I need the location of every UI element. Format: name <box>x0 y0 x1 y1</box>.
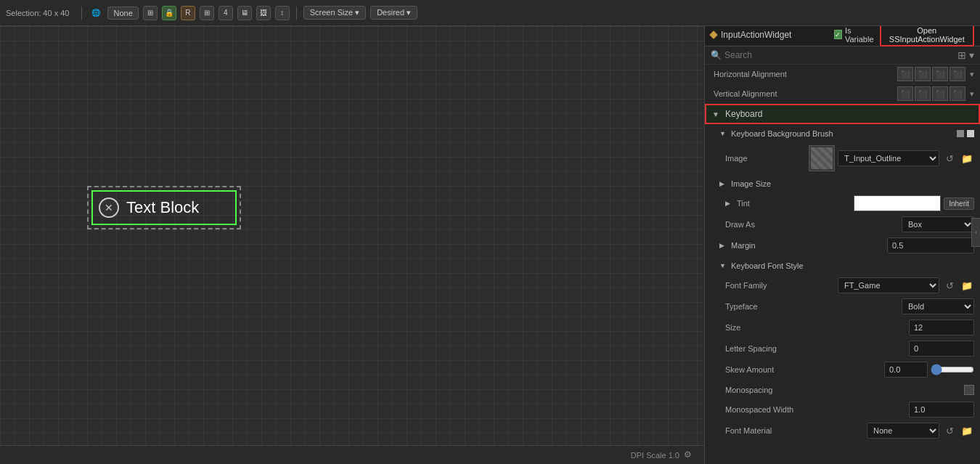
selection-info: Selection: 40 x 40 <box>6 9 69 17</box>
keyboard-section-header[interactable]: ▼ Keyboard <box>705 104 980 124</box>
horizontal-alignment-label: Horizontal Alignment <box>714 70 893 78</box>
four-button[interactable]: 4 <box>219 6 233 20</box>
dpi-label: DPI Scale 1.0 <box>631 451 679 460</box>
typeface-label: Typeface <box>725 302 897 311</box>
tint-row-right: Inherit <box>854 195 974 211</box>
desired-label: Desired <box>377 8 404 17</box>
is-variable-checkbox[interactable]: ✓ <box>834 30 842 39</box>
skew-amount-row: Skew Amount <box>705 359 980 380</box>
font-family-label: Font Family <box>725 281 833 290</box>
keyboard-arrow: ▼ <box>712 110 721 118</box>
keyboard-bg-brush-header[interactable]: ▼ Keyboard Background Brush <box>705 124 980 143</box>
tint-color-box[interactable] <box>854 195 941 211</box>
widget-diamond <box>709 30 717 38</box>
draw-as-select[interactable]: Box <box>902 216 974 232</box>
keyboard-section-label: Keyboard <box>725 109 973 119</box>
monospacing-row: Monospacing <box>705 380 980 399</box>
image-preview <box>809 145 835 171</box>
image-browse-button[interactable]: 📁 <box>960 151 974 166</box>
font-material-select[interactable]: None <box>867 423 939 439</box>
vertical-alignment-row: Vertical Alignment ⬛ ⬛ ⬛ ⬛ ▾ <box>705 84 980 104</box>
letter-spacing-input[interactable] <box>909 341 974 357</box>
screen-icon[interactable]: 🖥 <box>237 6 252 20</box>
tint-row: ▶ Tint Inherit <box>705 193 980 214</box>
skew-amount-input[interactable] <box>884 362 928 378</box>
canvas-area: ✕ Text Block <box>0 26 704 445</box>
divider-2 <box>296 7 297 20</box>
h-align-chevron[interactable]: ▾ <box>970 70 974 79</box>
letter-spacing-row: Letter Spacing <box>705 338 980 359</box>
font-material-row: Font Material None ↺ 📁 <box>705 420 980 441</box>
margin-input[interactable] <box>887 237 974 253</box>
font-family-select[interactable]: FT_Game <box>838 277 939 293</box>
typeface-select[interactable]: Bold <box>902 298 974 314</box>
screen-size-label: Screen Size <box>310 8 353 17</box>
widget-outer: ✕ Text Block <box>87 186 241 229</box>
image-row: Image T_Input_Outline ↺ 📁 <box>705 143 980 174</box>
size-input[interactable] <box>909 319 974 335</box>
image-size-header[interactable]: ▶ Image Size <box>705 174 980 193</box>
image-size-label: Image Size <box>731 179 974 188</box>
image-preview-inner <box>811 147 833 169</box>
gear-icon[interactable]: ⚙ <box>684 449 695 461</box>
h-align-fill[interactable]: ⬛ <box>950 67 965 81</box>
size-label: Size <box>725 323 905 332</box>
skew-row-right <box>884 362 974 378</box>
image-icon[interactable]: 🖼 <box>256 6 271 20</box>
font-material-label: Font Material <box>725 426 862 435</box>
keyboard-font-style-header[interactable]: ▼ Keyboard Font Style <box>705 256 980 275</box>
search-input[interactable] <box>724 50 955 60</box>
tint-arrow: ▶ <box>725 200 732 207</box>
grid-view-icon[interactable]: ⊞ <box>957 49 966 61</box>
widget-inner: ✕ Text Block <box>91 190 237 225</box>
widget-name-input[interactable] <box>721 30 830 40</box>
monospacing-checkbox[interactable] <box>964 385 974 395</box>
font-family-row: Font Family FT_Game ↺ 📁 <box>705 275 980 296</box>
r-button[interactable]: R <box>181 6 195 20</box>
h-align-left[interactable]: ⬛ <box>897 67 913 81</box>
vertical-alignment-label: Vertical Alignment <box>714 89 893 98</box>
globe-icon[interactable]: 🌐 <box>89 6 103 20</box>
image-label: Image <box>725 154 804 163</box>
font-material-browse-button[interactable]: 📁 <box>960 423 974 438</box>
v-align-buttons: ⬛ ⬛ ⬛ ⬛ <box>897 86 965 101</box>
none-button[interactable]: None <box>107 7 138 20</box>
search-row: 🔍 ⊞ ▾ <box>705 46 980 65</box>
tint-inherit-button[interactable]: Inherit <box>944 198 974 210</box>
status-bar: DPI Scale 1.0 ⚙ <box>0 445 704 464</box>
v-align-top[interactable]: ⬛ <box>897 86 913 101</box>
widget-label: Text Block <box>126 198 199 217</box>
v-align-center[interactable]: ⬛ <box>915 86 931 101</box>
r-label: R <box>185 9 190 17</box>
image-select[interactable]: T_Input_Outline <box>838 150 939 166</box>
font-family-reset-button[interactable]: ↺ <box>942 278 957 293</box>
h-align-center[interactable]: ⬛ <box>915 67 931 81</box>
margin-header[interactable]: ▶ Margin <box>705 235 980 256</box>
x-icon: ✕ <box>105 202 113 213</box>
font-family-browse-button[interactable]: 📁 <box>960 278 974 293</box>
chevron-down-icon[interactable]: ▾ <box>969 49 974 61</box>
props-scroll: Horizontal Alignment ⬛ ⬛ ⬛ ⬛ ▾ Vertical … <box>705 65 980 464</box>
arrow-icon[interactable]: ↕ <box>275 6 290 20</box>
h-align-right[interactable]: ⬛ <box>932 67 948 81</box>
v-align-bottom[interactable]: ⬛ <box>932 86 948 101</box>
bg-brush-color-swatch <box>957 130 964 137</box>
monospaced-width-input[interactable] <box>909 402 974 418</box>
panel-collapse-handle[interactable]: ‹ <box>971 218 980 247</box>
keyboard-bg-brush-label: Keyboard Background Brush <box>731 129 952 138</box>
bg-brush-arrow: ▼ <box>719 130 727 137</box>
screen-size-button[interactable]: Screen Size ▾ <box>303 6 366 20</box>
widget-close-button[interactable]: ✕ <box>99 198 119 218</box>
skew-amount-slider[interactable] <box>931 364 974 375</box>
image-reset-button[interactable]: ↺ <box>942 151 957 166</box>
font-material-reset-button[interactable]: ↺ <box>942 423 957 438</box>
grid-icon-2[interactable]: ⊞ <box>200 6 214 20</box>
grid-icon-1[interactable]: ⊞ <box>143 6 158 20</box>
v-align-fill[interactable]: ⬛ <box>950 86 965 101</box>
margin-label: Margin <box>731 241 883 250</box>
desired-button[interactable]: Desired ▾ <box>370 6 417 20</box>
v-align-chevron[interactable]: ▾ <box>970 89 974 99</box>
open-widget-button[interactable]: Open SSInputActionWidget <box>880 23 974 46</box>
lock-icon[interactable]: 🔒 <box>162 6 176 20</box>
is-variable-check: ✓ Is Variable <box>834 26 875 44</box>
